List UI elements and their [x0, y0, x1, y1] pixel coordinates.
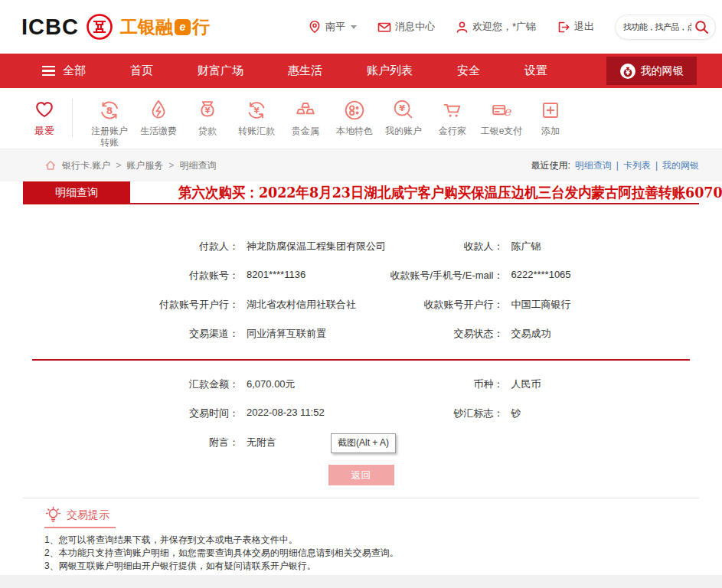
- header-utilities: 南平 消息中心 欢迎您，*广锦: [308, 15, 716, 40]
- payer-account-label: 付款账号：: [23, 269, 239, 283]
- status-value: 交易成功: [504, 327, 551, 341]
- icbc-logo[interactable]: ICBC 工银融 e 行: [21, 13, 210, 41]
- currency-value: 人民币: [504, 377, 541, 391]
- my-ebank-badge[interactable]: ¥ 我的网银: [606, 57, 697, 85]
- tips-title: 交易提示: [67, 508, 109, 522]
- status-label: 交易状态：: [361, 327, 504, 341]
- detail-row: 付款人：神龙防腐保温工程集团有限公司 收款人：陈广锦: [23, 232, 699, 261]
- nav-item-home[interactable]: 首页: [130, 64, 153, 78]
- breadcrumb-item-detail-query[interactable]: 明细查询: [179, 159, 216, 172]
- quick-access-bar: 最爱 8 注册账户 转账 生活缴费 ¥ 贷款: [0, 88, 722, 149]
- time-value: 2022-08-23 11:52: [239, 407, 325, 420]
- breadcrumb-bar: 银行卡.账户 > 账户服务 > 明细查询 最近使用: 明细查询 | 卡列表 | …: [0, 149, 722, 181]
- breadcrumb: 银行卡.账户 > 账户服务 > 明细查询: [44, 159, 216, 172]
- back-button[interactable]: 返回: [328, 465, 394, 485]
- nav-item-settings[interactable]: 设置: [524, 64, 547, 78]
- search-box[interactable]: [615, 15, 716, 40]
- menu-icon: [42, 64, 55, 78]
- quick-item-register-transfer[interactable]: 8 注册账户 转账: [85, 97, 134, 149]
- add-icon: [537, 97, 564, 123]
- brand-pre: 工银融: [120, 15, 173, 39]
- quick-item-life-payment[interactable]: 生活缴费: [134, 97, 183, 137]
- cash-flag-value: 钞: [504, 407, 521, 420]
- my-account-icon: ¥: [390, 97, 417, 123]
- location-label: 南平: [325, 20, 345, 34]
- recent-used-label: 最近使用:: [531, 159, 570, 172]
- epay-card-icon: e: [488, 97, 515, 123]
- breadcrumb-item-bankcard[interactable]: 银行卡.账户: [62, 159, 110, 172]
- quick-item-loan[interactable]: ¥ 贷款: [183, 97, 232, 137]
- welcome-user[interactable]: 欢迎您，*广锦: [456, 20, 536, 34]
- brand-name: 工银融 e 行: [120, 15, 210, 39]
- channel-label: 交易渠道：: [23, 327, 239, 341]
- quick-item-precious-metal[interactable]: 贵金属: [281, 97, 330, 137]
- recent-used: 最近使用: 明细查询 | 卡列表 | 我的网银: [531, 159, 699, 172]
- detail-row: 付款账号：8201****1136 收款账号/手机号/E-mail：6222**…: [23, 261, 699, 290]
- screenshot-tooltip: 截图(Alt + A): [331, 433, 396, 453]
- register-transfer-icon: 8: [96, 97, 123, 123]
- detail-row: 交易渠道：同业清算互联前置 交易状态：交易成功: [23, 319, 699, 348]
- chevron-down-icon: [351, 25, 357, 29]
- search-input[interactable]: [623, 22, 691, 31]
- quick-item-label: 最爱: [34, 124, 54, 138]
- icbc-logo-text: ICBC: [21, 15, 79, 40]
- location-pin-icon: [308, 20, 322, 34]
- recent-link-my-ebank[interactable]: 我的网银: [662, 159, 699, 172]
- quick-item-remittance[interactable]: ¥ 转账汇款: [232, 97, 281, 137]
- vertical-divider: [72, 99, 73, 137]
- nav-item-life[interactable]: 惠生活: [288, 64, 322, 78]
- recent-link-card-list[interactable]: 卡列表: [623, 159, 651, 172]
- nav-item-security[interactable]: 安全: [457, 64, 480, 78]
- quick-item-label: 贵金属: [292, 126, 319, 137]
- tips-header: 交易提示: [44, 505, 116, 528]
- tab-detail-query[interactable]: 明细查询: [23, 181, 130, 204]
- quick-item-local-feature[interactable]: 本地特色: [330, 97, 379, 137]
- quick-item-label: 本地特色: [336, 126, 373, 137]
- life-payment-icon: [145, 97, 172, 123]
- quick-item-add[interactable]: 添加: [526, 97, 575, 137]
- bulb-icon: [44, 506, 62, 524]
- nav-all-label: 全部: [63, 64, 86, 78]
- payer-bank-value: 湖北省农村信用社联合社: [239, 298, 356, 312]
- precious-metal-icon: [292, 97, 319, 123]
- cash-flag-label: 钞汇标志：: [361, 407, 504, 420]
- quick-item-my-account[interactable]: ¥ 我的账户: [379, 97, 428, 137]
- brand-e-badge: e: [175, 19, 191, 35]
- breadcrumb-item-account-service[interactable]: 账户服务: [126, 159, 163, 172]
- detail-row: 汇款金额：6,070.00元 币种：人民币: [23, 370, 699, 399]
- shopping-cart-icon: [439, 97, 466, 123]
- remark-value: 无附言: [239, 436, 276, 449]
- quick-item-label: 生活缴费: [140, 126, 177, 137]
- nav-item-wealth[interactable]: 财富广场: [198, 64, 243, 78]
- money-bag-icon: ¥: [620, 64, 635, 79]
- tips-item: 2、本功能只支持查询账户明细，如您需要查询具体交易的明细信息请到相关交易查询。: [44, 547, 699, 560]
- quick-item-favorites[interactable]: 最爱: [32, 97, 57, 138]
- payee-account-label: 收款账号/手机号/E-mail：: [361, 269, 504, 283]
- message-center-label: 消息中心: [395, 20, 435, 34]
- recent-link-detail-query[interactable]: 明细查询: [575, 159, 612, 172]
- tips-item: 3、网银互联账户明细由开户银行提供，如有疑问请联系开户银行。: [44, 560, 699, 573]
- svg-text:¥: ¥: [204, 106, 211, 115]
- breadcrumb-separator: >: [116, 160, 121, 171]
- channel-value: 同业清算互联前置: [239, 327, 326, 341]
- welcome-label: 欢迎您，*广锦: [472, 20, 536, 34]
- heart-icon: [32, 97, 57, 122]
- user-icon: [456, 21, 469, 34]
- nav-item-all[interactable]: 全部: [42, 64, 86, 78]
- home-icon[interactable]: [44, 159, 57, 172]
- message-center-link[interactable]: 消息中心: [377, 20, 435, 34]
- section-banner: 明细查询 第六次购买：2022年8月23日湖北咸宁客户购买保温压边机三台发内蒙古…: [23, 181, 699, 204]
- loan-icon: ¥: [194, 97, 221, 123]
- nav-item-accounts[interactable]: 账户列表: [367, 64, 413, 78]
- svg-text:¥: ¥: [626, 69, 630, 76]
- remittance-icon: ¥: [243, 97, 270, 123]
- brand-post: 行: [192, 15, 210, 39]
- icbc-logo-icon: [86, 13, 113, 41]
- quick-item-gold-expert[interactable]: 金行家: [428, 97, 477, 137]
- location-selector[interactable]: 南平: [308, 20, 357, 34]
- transaction-tips: 交易提示 1、您可以将查询结果下载，并保存到文本或电子表格文件中。 2、本功能只…: [23, 498, 699, 573]
- quick-item-epay[interactable]: e 工银e支付: [477, 97, 526, 137]
- search-icon[interactable]: [694, 20, 709, 34]
- logout-link[interactable]: 退出: [557, 20, 594, 34]
- payee-bank-value: 中国工商银行: [504, 298, 571, 312]
